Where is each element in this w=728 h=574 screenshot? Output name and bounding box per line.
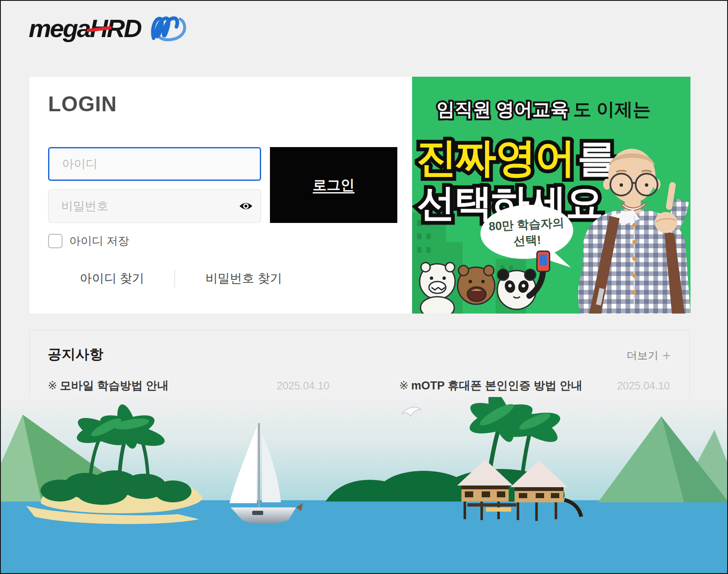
logo-wordmark: megaHRD: [29, 14, 141, 43]
notice-item[interactable]: ※모바일 학습방법 안내 2025.04.10: [48, 378, 329, 393]
id-field-wrap: [48, 147, 261, 181]
account-recovery-links: 아이디 찾기 비밀번호 찾기: [48, 270, 314, 287]
remember-id-checkbox[interactable]: 아이디 저장: [48, 233, 129, 249]
bubble-text-line2: 선택!: [513, 233, 542, 247]
find-password-link[interactable]: 비밀번호 찾기: [202, 270, 286, 287]
tropical-illustration: [1, 397, 727, 573]
link-divider: [175, 270, 175, 287]
login-button[interactable]: 로그인: [270, 147, 397, 223]
login-panel: LOGIN 로그인 아이디 저장 아이디 찾기 비밀번호 찾기: [30, 77, 412, 314]
notice-more-link[interactable]: 더보기 +: [627, 349, 671, 362]
megastudy-m-icon: [148, 13, 189, 43]
notice-date: 2025.04.10: [617, 380, 670, 392]
password-input[interactable]: [48, 189, 261, 223]
banner-line2-highlight: 진짜영어: [416, 135, 575, 180]
login-title: LOGIN: [48, 92, 117, 116]
banner-line1-highlight: 임직원 영어교육: [437, 99, 569, 119]
banner-line1-rest: 도 이제는: [573, 99, 651, 119]
notice-date: 2025.04.10: [277, 380, 329, 392]
login-page: megaHRD LOGIN 로그인 아이디 저장 아이디 찾기: [0, 0, 728, 574]
notice-item[interactable]: ※mOTP 휴대폰 본인인증 방법 안내 2025.04.10: [399, 378, 670, 393]
password-field-wrap: [48, 189, 261, 223]
eye-icon[interactable]: [239, 200, 253, 212]
remember-id-label: 아이디 저장: [69, 233, 129, 249]
site-logo[interactable]: megaHRD: [29, 13, 189, 43]
find-id-link[interactable]: 아이디 찾기: [76, 270, 148, 287]
ad-banner-art: 임직원 영어교육 도 이제는 진짜영어 를 선택하세요 80만 학습자의 선택!: [412, 77, 690, 314]
notice-title: 공지사항: [48, 345, 103, 364]
english-education-ad-banner[interactable]: 임직원 영어교육 도 이제는 진짜영어 를 선택하세요 80만 학습자의 선택!: [412, 77, 690, 314]
checkbox-box[interactable]: [48, 234, 62, 248]
id-input[interactable]: [48, 147, 261, 181]
plus-icon: +: [663, 351, 671, 361]
